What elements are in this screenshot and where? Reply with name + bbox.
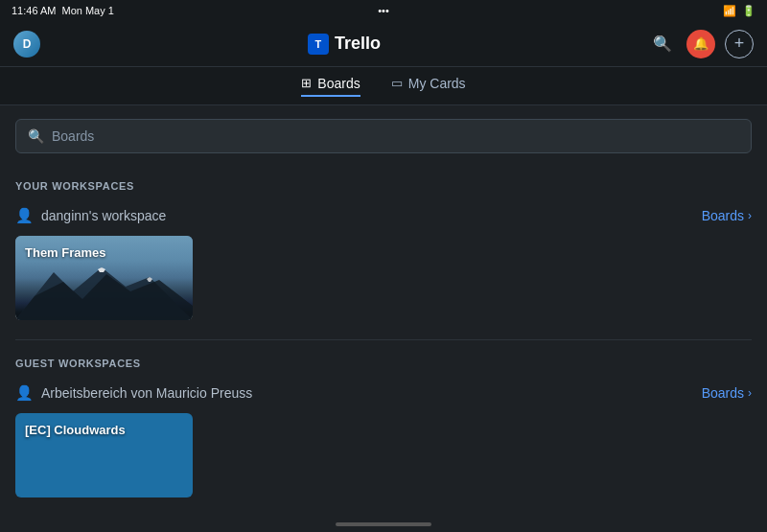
boards-tab-label: Boards (317, 76, 360, 91)
board-card-them-frames[interactable]: Them Frames (15, 236, 193, 320)
guest-boards-chevron: › (748, 386, 752, 400)
cards-tab-icon: ▭ (391, 76, 403, 90)
main-content: YOUR WORKSPACES 👤 danginn's workspace Bo… (0, 163, 767, 528)
top-nav: D T Trello 🔍 🔔 + (0, 21, 767, 67)
add-button[interactable]: + (725, 30, 754, 58)
avatar-label: D (23, 37, 32, 51)
boards-tab-icon: ⊞ (301, 76, 312, 90)
status-dots: ••• (378, 5, 389, 16)
your-boards-row: Them Frames (15, 230, 752, 320)
app-name: Trello (335, 34, 381, 54)
guest-workspaces-title: GUEST WORKSPACES (15, 358, 752, 369)
your-workspace-row: 👤 danginn's workspace Boards › (15, 201, 752, 230)
search-bar[interactable]: 🔍 Boards (15, 119, 752, 153)
trello-logo-mark: T (315, 38, 322, 50)
trello-logo-icon: T (308, 34, 329, 55)
search-bar-placeholder: Boards (52, 128, 94, 144)
guest-workspace-name: Arbeitsbereich von Mauricio Preuss (41, 385, 252, 401)
board-card-ec-cloudwards[interactable]: [EC] Cloudwards (15, 413, 193, 497)
svg-marker-1 (15, 274, 193, 320)
top-nav-center: T Trello (308, 34, 381, 55)
them-frames-title: Them Frames (25, 245, 106, 260)
section-divider (15, 339, 752, 340)
status-time: 11:46 AM (12, 5, 56, 16)
bell-icon: 🔔 (693, 36, 709, 51)
status-bar: 11:46 AM Mon May 1 ••• 📶 🔋 (0, 0, 767, 21)
your-workspace-boards-link[interactable]: Boards › (702, 208, 752, 223)
top-nav-left: D (13, 31, 40, 58)
notification-button[interactable]: 🔔 (686, 30, 715, 58)
guest-boards-row: [EC] Cloudwards (15, 407, 752, 497)
tab-boards[interactable]: ⊞ Boards (301, 76, 360, 97)
trello-logo: T Trello (308, 34, 381, 55)
search-button[interactable]: 🔍 (648, 30, 677, 58)
guest-workspace-label: 👤 Arbeitsbereich von Mauricio Preuss (15, 384, 252, 402)
your-workspaces-title: YOUR WORKSPACES (15, 180, 752, 192)
tab-cards[interactable]: ▭ My Cards (391, 76, 466, 97)
search-bar-icon: 🔍 (28, 128, 44, 144)
your-boards-link-label: Boards (702, 208, 744, 223)
home-indicator (336, 522, 431, 526)
guest-workspace-person-icon: 👤 (15, 384, 34, 402)
wifi-icon: 📶 (723, 5, 736, 17)
your-workspace-name: danginn's workspace (41, 208, 166, 223)
guest-workspace-boards-link[interactable]: Boards › (702, 385, 752, 401)
status-day: Mon May 1 (61, 5, 113, 16)
your-boards-chevron: › (748, 209, 752, 222)
cards-tab-label: My Cards (408, 76, 466, 91)
guest-workspace-row: 👤 Arbeitsbereich von Mauricio Preuss Boa… (15, 379, 752, 407)
workspace-person-icon: 👤 (15, 207, 34, 224)
plus-icon: + (734, 34, 745, 54)
ec-cloudwards-title: [EC] Cloudwards (25, 423, 126, 437)
tab-bar: ⊞ Boards ▭ My Cards (0, 67, 767, 105)
mountain-silhouette (15, 263, 193, 320)
avatar[interactable]: D (13, 31, 40, 58)
guest-boards-link-label: Boards (702, 385, 744, 401)
your-workspace-label: 👤 danginn's workspace (15, 207, 166, 224)
status-bar-center: ••• (378, 5, 389, 16)
top-nav-right: 🔍 🔔 + (648, 30, 754, 58)
search-icon: 🔍 (653, 35, 672, 53)
status-bar-right: 📶 🔋 (723, 5, 755, 17)
search-container: 🔍 Boards (0, 105, 767, 163)
battery-icon: 🔋 (742, 5, 755, 17)
status-bar-left: 11:46 AM Mon May 1 (12, 5, 114, 16)
